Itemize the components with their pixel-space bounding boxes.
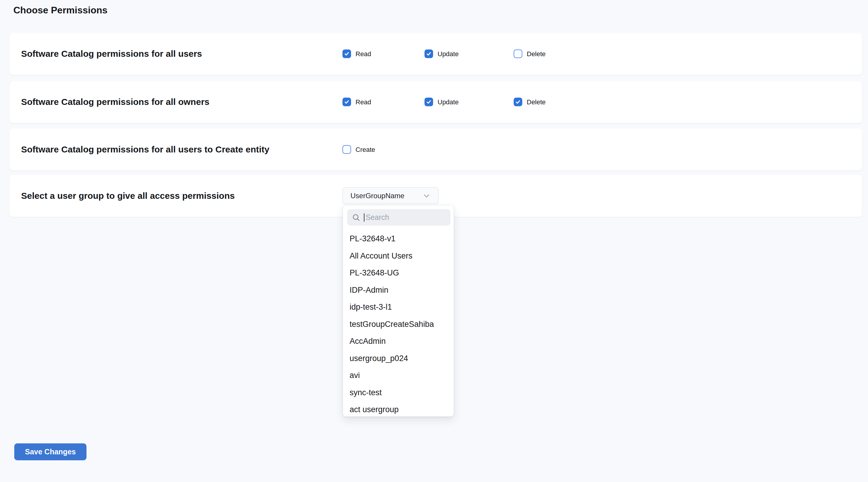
delete-checkbox-group[interactable]: Delete — [514, 98, 546, 106]
check-icon — [426, 99, 432, 105]
read-checkbox-group[interactable]: Read — [342, 98, 371, 106]
check-icon — [344, 99, 349, 105]
permissions-card-all-owners: Software Catalog permissions for all own… — [10, 81, 862, 123]
user-group-dropdown-button[interactable]: UserGroupName — [342, 187, 438, 204]
checkbox-label: Update — [438, 50, 459, 58]
read-checkbox-group[interactable]: Read — [342, 50, 371, 58]
checkbox-label: Update — [438, 98, 459, 106]
check-icon — [426, 51, 432, 57]
delete-checkbox[interactable] — [514, 98, 522, 106]
create-checkbox-group[interactable]: Create — [342, 145, 375, 154]
card-title: Software Catalog permissions for all own… — [21, 97, 210, 107]
list-item[interactable]: idp-test-3-l1 — [343, 299, 454, 316]
check-icon — [515, 99, 521, 105]
checkbox-label: Delete — [527, 50, 546, 58]
list-item[interactable]: IDP-Admin — [343, 282, 454, 299]
list-item[interactable]: PL-32648-v1 — [343, 230, 454, 248]
search-input[interactable] — [365, 213, 446, 222]
read-checkbox[interactable] — [342, 98, 351, 106]
list-item[interactable]: AccAdmin — [343, 333, 454, 350]
user-group-dropdown-panel: PL-32648-v1 All Account Users PL-32648-U… — [343, 205, 454, 417]
card-title: Software Catalog permissions for all use… — [21, 49, 202, 59]
text-caret — [364, 213, 365, 222]
list-item[interactable]: PL-32648-UG — [343, 264, 454, 282]
checkbox-label: Read — [355, 98, 371, 106]
save-changes-button[interactable]: Save Changes — [14, 443, 87, 460]
permissions-card-all-users: Software Catalog permissions for all use… — [10, 33, 862, 75]
check-icon — [344, 51, 349, 57]
update-checkbox-group[interactable]: Update — [425, 50, 459, 58]
page-title: Choose Permissions — [13, 4, 107, 16]
permissions-page: Choose Permissions Software Catalog perm… — [0, 0, 868, 482]
list-item[interactable]: sync-test — [343, 384, 454, 401]
list-item[interactable]: avi — [343, 367, 454, 384]
list-item[interactable]: act usergroup — [343, 401, 454, 417]
user-group-list: PL-32648-v1 All Account Users PL-32648-U… — [343, 230, 454, 417]
read-checkbox[interactable] — [342, 50, 351, 58]
checkbox-label: Create — [355, 146, 375, 153]
list-item[interactable]: All Account Users — [343, 248, 454, 265]
update-checkbox[interactable] — [425, 98, 433, 106]
delete-checkbox-group[interactable]: Delete — [514, 50, 546, 58]
search-icon — [352, 214, 360, 221]
create-checkbox[interactable] — [342, 145, 351, 154]
permissions-card-create-entity: Software Catalog permissions for all use… — [10, 128, 862, 170]
list-item[interactable]: usergroup_p024 — [343, 350, 454, 367]
delete-checkbox[interactable] — [514, 50, 522, 58]
dropdown-selected-value: UserGroupName — [350, 192, 423, 200]
card-title: Software Catalog permissions for all use… — [21, 144, 269, 155]
card-title: Select a user group to give all access p… — [21, 191, 235, 201]
chevron-down-icon — [423, 192, 430, 200]
update-checkbox-group[interactable]: Update — [425, 98, 459, 106]
update-checkbox[interactable] — [425, 50, 433, 58]
checkbox-label: Delete — [527, 98, 546, 106]
list-item[interactable]: testGroupCreateSahiba — [343, 316, 454, 333]
checkbox-label: Read — [355, 50, 371, 58]
search-box[interactable] — [347, 209, 451, 226]
